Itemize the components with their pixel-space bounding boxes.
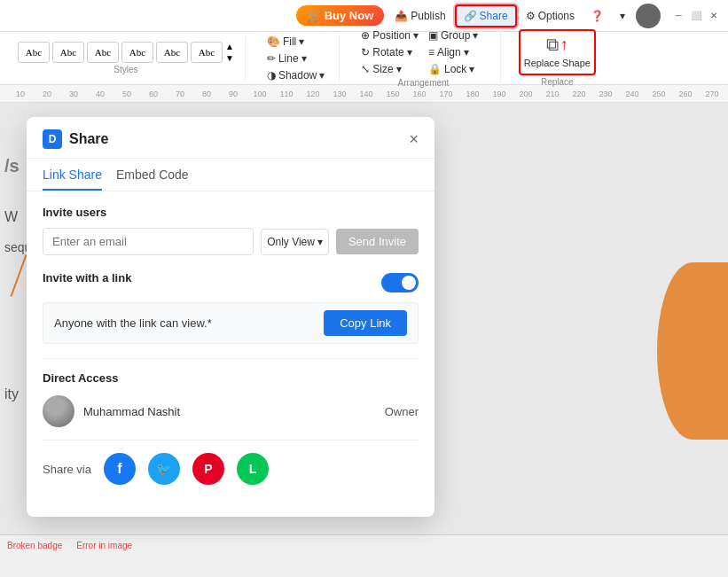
align-dropdown[interactable]: ≡ Align ▾ [425,45,489,59]
share-modal: D Share × Link Share Embed Code Invite u… [27,117,434,517]
arrangement-section: ⊕ Position ▾ ▣ Group ▾ ↻ Rotate ▾ ≡ Alig… [347,28,500,88]
close-button[interactable]: ✕ [707,9,721,23]
shadow-icon: ◑ [267,69,276,82]
modal-title-text: Share [69,131,108,147]
invite-link-toggle[interactable] [381,273,419,292]
style-btn-1[interactable]: Abc [18,42,50,63]
modal-header: D Share × [27,117,434,159]
error-image-label: Error in image [76,541,132,550]
top-bar: 🛒 Buy Now 📤 Publish 🔗 Share ⚙ Options ❓ … [0,0,728,32]
email-input[interactable] [43,228,254,255]
share-icon: 🔗 [464,10,477,22]
share-twitter-button[interactable]: 🐦 [148,453,180,485]
rotate-dropdown[interactable]: ↻ Rotate ▾ [357,45,422,59]
toolbar: Abc Abc Abc Abc Abc Abc ▲ ▼ Styles 🎨 Fil… [0,32,728,85]
line-app-icon: L [249,462,257,476]
chevron-down-icon: ▾ [620,10,625,22]
expand-button[interactable]: ▾ [613,6,632,26]
shadow-dropdown[interactable]: ◑ Shadow ▾ [263,68,328,82]
lock-dropdown[interactable]: 🔒 Lock ▾ [425,62,489,76]
style-btn-2[interactable]: Abc [52,42,84,63]
avatar[interactable] [636,4,661,28]
permission-select[interactable]: Only View ▾ [261,229,329,255]
invite-link-section: Invite with a link Anyone with the link … [43,271,419,344]
share-line-button[interactable]: L [237,453,269,485]
share-button[interactable]: 🔗 Share [455,4,517,27]
help-icon: ❓ [591,10,604,22]
line-icon: ✏ [267,52,276,65]
modal-body: Invite users Only View ▾ Send Invite Inv… [27,191,434,499]
toggle-knob [402,276,416,290]
diagonal-line [11,254,27,297]
canvas-text-ity: ity [4,386,19,402]
minimize-button[interactable]: ─ [671,9,685,23]
send-invite-button[interactable]: Send Invite [336,229,419,254]
share-pinterest-button[interactable]: P [192,453,224,485]
invite-users-title: Invite users [43,206,419,219]
broken-badge-label: Broken badge [7,541,62,550]
ruler: 10 20 30 40 50 60 70 80 90 100 110 120 1… [0,85,728,103]
pinterest-icon: P [204,462,212,476]
share-facebook-button[interactable]: f [104,453,136,485]
tab-embed-code[interactable]: Embed Code [116,168,189,191]
position-dropdown[interactable]: ⊕ Position ▾ [357,28,422,43]
group-icon: ▣ [428,29,438,42]
arrangement-grid: ⊕ Position ▾ ▣ Group ▾ ↻ Rotate ▾ ≡ Alig… [357,28,489,76]
size-dropdown[interactable]: ⤡ Size ▾ [357,62,422,76]
modal-title: D Share [43,129,108,149]
user-avatar-inner [43,395,74,427]
replace-label: Replace [541,77,574,87]
bottom-bar: Broken badge Error in image [0,534,728,556]
position-label: Position [372,29,411,42]
group-label: Group [441,29,470,42]
arrangement-label: Arrangement [398,78,450,88]
styles-scroll-up[interactable]: ▲ [225,42,234,51]
line-dropdown[interactable]: ✏ Line ▾ [263,51,328,66]
fill-dropdown[interactable]: 🎨 Fill ▾ [263,35,328,49]
replace-section: ⧉ ↑ Replace Shape Replace [508,29,607,86]
twitter-icon: 🐦 [156,462,171,476]
fill-arrow: ▾ [299,35,304,48]
buy-now-label: Buy Now [325,9,374,22]
help-button[interactable]: ❓ [583,6,611,26]
style-btn-5[interactable]: Abc [156,42,188,63]
modal-title-icon: D [43,129,62,149]
rotate-label: Rotate [372,46,403,58]
publish-button[interactable]: 📤 Publish [387,6,452,26]
size-label: Size [372,63,393,75]
tab-link-share[interactable]: Link Share [43,168,102,191]
options-button[interactable]: ⚙ Options [519,6,582,26]
buy-now-button[interactable]: 🛒 Buy Now [296,5,385,26]
replace-group: ⧉ ↑ Replace Shape [519,29,596,74]
publish-label: Publish [411,10,445,22]
permission-arrow: ▾ [317,236,323,248]
user-row: Muhammad Nashit Owner [43,395,419,427]
lock-label: Lock [444,63,466,75]
style-btn-4[interactable]: Abc [121,42,153,63]
position-icon: ⊕ [361,29,370,42]
styles-scroll-down[interactable]: ▼ [225,53,234,63]
replace-shape-icon: ⧉ [546,35,559,55]
canvas-text-w: W [4,209,18,225]
modal-tabs: Link Share Embed Code [27,159,434,191]
red-arrow-icon: ↑ [560,35,568,54]
replace-shape-button[interactable]: ⧉ ↑ Replace Shape [519,29,596,74]
rotate-icon: ↻ [361,46,370,58]
copy-link-text: Anyone with the link can view.* [54,316,317,330]
facebook-icon: f [117,461,121,477]
main-area: /s W sequ ity D Share × Link Share [0,103,728,556]
fill-line-shadow-section: 🎨 Fill ▾ ✏ Line ▾ ◑ Shadow ▾ [253,35,340,82]
styles-label: Styles [114,65,137,74]
style-btn-3[interactable]: Abc [87,42,119,63]
user-avatar [43,395,74,427]
modal-close-button[interactable]: × [409,131,419,147]
share-via-label: Share via [43,463,91,476]
style-btn-6[interactable]: Abc [191,42,223,63]
gear-icon: ⚙ [526,10,536,22]
invite-link-header: Invite with a link [43,271,419,293]
restore-button[interactable]: ⬜ [689,9,703,23]
copy-link-button[interactable]: Copy Link [324,310,407,336]
fill-label: Fill [283,35,296,48]
group-dropdown[interactable]: ▣ Group ▾ [425,28,489,43]
shadow-label: Shadow [278,69,317,82]
